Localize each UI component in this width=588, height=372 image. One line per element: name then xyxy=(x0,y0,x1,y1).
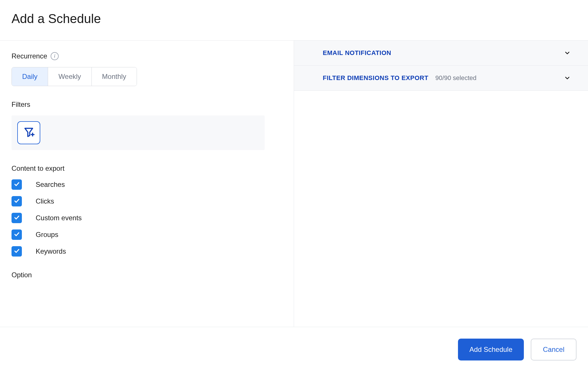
filters-container xyxy=(12,115,265,150)
checkbox-row-groups: Groups xyxy=(12,229,282,240)
accordion-title-email: EMAIL NOTIFICATION xyxy=(323,49,391,57)
info-icon[interactable]: i xyxy=(51,52,59,60)
check-icon xyxy=(14,181,20,188)
recurrence-label-row: Recurrence i xyxy=(12,52,282,60)
checkbox-label-clicks: Clicks xyxy=(36,197,54,205)
accordion-left: FILTER DIMENSIONS TO EXPORT 90/90 select… xyxy=(323,74,476,82)
recurrence-segmented-control: Daily Weekly Monthly xyxy=(12,67,137,86)
accordion-title-filter-dimensions: FILTER DIMENSIONS TO EXPORT xyxy=(323,74,428,82)
recurrence-monthly-tab[interactable]: Monthly xyxy=(92,67,137,86)
recurrence-label: Recurrence xyxy=(12,52,47,60)
content-to-export-label: Content to export xyxy=(12,164,282,172)
checkbox-custom-events[interactable] xyxy=(12,213,22,223)
funnel-plus-icon xyxy=(23,126,35,139)
checkbox-keywords[interactable] xyxy=(12,246,22,257)
left-panel: Recurrence i Daily Weekly Monthly Filter… xyxy=(0,41,294,332)
page-title: Add a Schedule xyxy=(12,12,576,26)
checkbox-row-keywords: Keywords xyxy=(12,246,282,257)
recurrence-weekly-tab[interactable]: Weekly xyxy=(48,67,91,86)
add-filter-button[interactable] xyxy=(17,121,40,144)
checkbox-label-searches: Searches xyxy=(36,181,65,189)
accordion-email-notification[interactable]: EMAIL NOTIFICATION xyxy=(294,41,588,66)
checkbox-label-groups: Groups xyxy=(36,231,58,239)
checkbox-row-searches: Searches xyxy=(12,179,282,190)
modal-header: Add a Schedule xyxy=(0,0,588,41)
chevron-down-icon xyxy=(564,75,571,81)
option-label: Option xyxy=(12,271,282,279)
modal-content: Recurrence i Daily Weekly Monthly Filter… xyxy=(0,41,588,332)
checkbox-row-custom-events: Custom events xyxy=(12,213,282,223)
right-panel: EMAIL NOTIFICATION FILTER DIMENSIONS TO … xyxy=(294,41,588,332)
checkbox-groups[interactable] xyxy=(12,229,22,240)
check-icon xyxy=(14,248,20,255)
recurrence-daily-tab[interactable]: Daily xyxy=(12,67,48,86)
content-to-export-section: Content to export Searches Clicks xyxy=(12,164,282,257)
checkbox-label-custom-events: Custom events xyxy=(36,214,82,222)
accordion-subtitle-filter-dimensions: 90/90 selected xyxy=(435,74,476,82)
accordion-filter-dimensions[interactable]: FILTER DIMENSIONS TO EXPORT 90/90 select… xyxy=(294,66,588,91)
check-icon xyxy=(14,231,20,238)
filters-section: Filters xyxy=(12,100,282,150)
chevron-down-icon xyxy=(564,50,571,56)
cancel-button[interactable]: Cancel xyxy=(531,339,576,360)
filters-label: Filters xyxy=(12,100,282,109)
modal-footer: Add Schedule Cancel xyxy=(0,327,588,372)
checkbox-searches[interactable] xyxy=(12,179,22,190)
add-schedule-button[interactable]: Add Schedule xyxy=(458,339,524,360)
checkbox-label-keywords: Keywords xyxy=(36,247,66,255)
check-icon xyxy=(14,198,20,205)
accordion-left: EMAIL NOTIFICATION xyxy=(323,49,391,57)
checkbox-clicks[interactable] xyxy=(12,196,22,206)
checkbox-row-clicks: Clicks xyxy=(12,196,282,206)
check-icon xyxy=(14,214,20,222)
